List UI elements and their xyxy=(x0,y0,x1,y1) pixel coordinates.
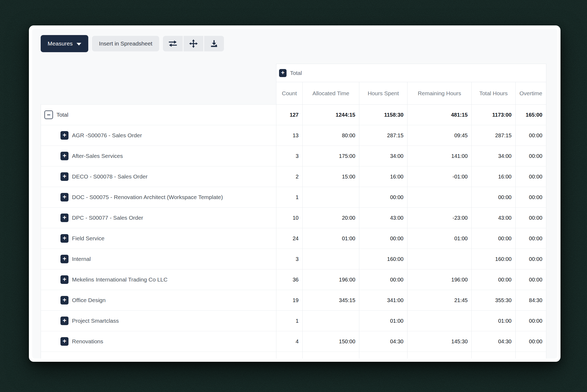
expand-row-icon[interactable]: + xyxy=(60,275,68,284)
value-cell: 196:00 xyxy=(407,269,472,290)
row-label: DECO - S00078 - Sales Order xyxy=(72,173,147,180)
measure-header-total-hours[interactable]: Total Hours xyxy=(472,82,516,105)
expand-row-icon[interactable]: + xyxy=(60,337,68,346)
download-button[interactable] xyxy=(204,36,224,51)
table-row: +Renovations4150:0004:30145:3004:3000:00 xyxy=(41,331,546,352)
value-cell: 1244:15 xyxy=(303,105,359,125)
page: { "toolbar": { "measures_label": "Measur… xyxy=(0,0,587,392)
value-cell xyxy=(303,311,359,331)
value-cell xyxy=(407,311,472,331)
flip-axis-button[interactable] xyxy=(163,36,183,51)
row-label-cell[interactable]: +Office Design xyxy=(41,290,276,311)
value-cell xyxy=(303,187,359,208)
row-label-cell[interactable]: +DOC - S00075 - Renovation Architect (Wo… xyxy=(41,187,276,208)
table-row: +Mekelins International Trading Co LLC36… xyxy=(41,269,546,290)
value-cell: 3 xyxy=(276,146,303,166)
value-cell: 00:00 xyxy=(516,208,546,228)
value-cell: 04:30 xyxy=(472,331,516,352)
value-cell: 196:00 xyxy=(303,269,359,290)
value-cell: 43:00 xyxy=(359,208,407,228)
expand-column-icon[interactable]: + xyxy=(279,69,287,77)
value-cell: 13 xyxy=(276,125,303,146)
value-cell: 24 xyxy=(276,228,303,249)
row-label-cell[interactable]: +DECO - S00078 - Sales Order xyxy=(41,166,276,187)
collapse-row-icon[interactable]: − xyxy=(44,111,53,119)
value-cell: 141:00 xyxy=(407,146,472,166)
expand-all-button[interactable] xyxy=(184,36,203,51)
value-cell: 355:30 xyxy=(472,290,516,311)
value-cell: 00:00 xyxy=(516,228,546,249)
value-cell: 80:00 xyxy=(303,125,359,146)
table-row-partial xyxy=(41,352,546,359)
table-row: +AGR -S00076 - Sales Order1380:00287:150… xyxy=(41,125,546,146)
value-cell: 00:00 xyxy=(516,166,546,187)
value-cell: 00:00 xyxy=(472,228,516,249)
value-cell: 150:00 xyxy=(303,331,359,352)
pivot-table: + Total CountAllocated TimeHours SpentRe… xyxy=(41,64,546,359)
row-label: DOC - S00075 - Renovation Architect (Wor… xyxy=(72,194,223,200)
value-cell: 01:00 xyxy=(359,311,407,331)
row-label: Total xyxy=(56,112,68,118)
table-row: +DECO - S00078 - Sales Order215:0016:00-… xyxy=(41,166,546,187)
pivot-table-body: −Total1271244:151158:30481:151173:00165:… xyxy=(41,105,546,359)
table-row: +Field Service2401:0000:0001:0000:0000:0… xyxy=(41,228,546,249)
expand-all-icon xyxy=(189,39,198,48)
row-label: Renovations xyxy=(72,338,103,345)
expand-row-icon[interactable]: + xyxy=(60,234,68,243)
table-row: +After-Sales Services3175:0034:00141:003… xyxy=(41,146,546,166)
pivot-view: Measures Insert in Spreadsheet xyxy=(32,29,557,359)
value-cell: 145:30 xyxy=(407,331,472,352)
measures-header-row: CountAllocated TimeHours SpentRemaining … xyxy=(41,82,546,105)
value-cell: 481:15 xyxy=(407,105,472,125)
row-label-cell[interactable]: +After-Sales Services xyxy=(41,146,276,166)
column-group-label: Total xyxy=(290,70,302,76)
measure-header-remaining-hours[interactable]: Remaining Hours xyxy=(407,82,472,105)
insert-in-spreadsheet-button[interactable]: Insert in Spreadsheet xyxy=(92,36,159,51)
table-row: +Project Smartclass101:0001:0000:00 xyxy=(41,311,546,331)
measures-button[interactable]: Measures xyxy=(41,35,88,52)
column-group-total[interactable]: + Total xyxy=(276,64,546,82)
row-label-cell[interactable]: +Renovations xyxy=(41,331,276,352)
value-cell: 160:00 xyxy=(359,249,407,269)
expand-row-icon[interactable]: + xyxy=(60,131,68,140)
measure-header-overtime[interactable]: Overtime xyxy=(516,82,546,105)
value-cell: 00:00 xyxy=(516,311,546,331)
row-label-cell[interactable]: +Mekelins International Trading Co LLC xyxy=(41,269,276,290)
row-label-cell[interactable] xyxy=(41,352,276,359)
expand-row-icon[interactable]: + xyxy=(60,296,68,305)
row-label-cell[interactable]: +Project Smartclass xyxy=(41,311,276,331)
row-label: Office Design xyxy=(72,297,106,303)
row-label-cell[interactable]: +Field Service xyxy=(41,228,276,249)
corner-cell xyxy=(41,82,276,105)
expand-row-icon[interactable]: + xyxy=(60,193,68,201)
measure-header-count[interactable]: Count xyxy=(276,82,303,105)
row-label: Mekelins International Trading Co LLC xyxy=(72,276,167,283)
value-cell: -01:00 xyxy=(407,166,472,187)
row-label-cell[interactable]: +Internal xyxy=(41,249,276,269)
row-label-cell[interactable]: −Total xyxy=(41,105,276,125)
value-cell: 341:00 xyxy=(359,290,407,311)
expand-row-icon[interactable]: + xyxy=(60,255,68,263)
row-label-cell[interactable]: +AGR -S00076 - Sales Order xyxy=(41,125,276,146)
expand-row-icon[interactable]: + xyxy=(60,172,68,181)
value-cell: 09:45 xyxy=(407,125,472,146)
value-cell: 00:00 xyxy=(516,331,546,352)
value-cell xyxy=(407,249,472,269)
column-group-row: + Total xyxy=(41,64,546,82)
row-label: Field Service xyxy=(72,235,104,242)
value-cell: 20:00 xyxy=(303,208,359,228)
row-label: Internal xyxy=(72,256,91,262)
value-cell: 01:00 xyxy=(472,311,516,331)
row-label: Project Smartclass xyxy=(72,318,119,324)
measure-header-hours-spent[interactable]: Hours Spent xyxy=(359,82,407,105)
value-cell xyxy=(359,352,407,359)
value-cell xyxy=(303,352,359,359)
expand-row-icon[interactable]: + xyxy=(60,214,68,222)
measure-header-allocated-time[interactable]: Allocated Time xyxy=(303,82,359,105)
expand-row-icon[interactable]: + xyxy=(60,152,68,160)
expand-row-icon[interactable]: + xyxy=(60,317,68,325)
value-cell xyxy=(516,352,546,359)
row-label-cell[interactable]: +DPC - S00077 - Sales Order xyxy=(41,208,276,228)
download-icon xyxy=(210,39,218,48)
value-cell: 01:00 xyxy=(303,228,359,249)
